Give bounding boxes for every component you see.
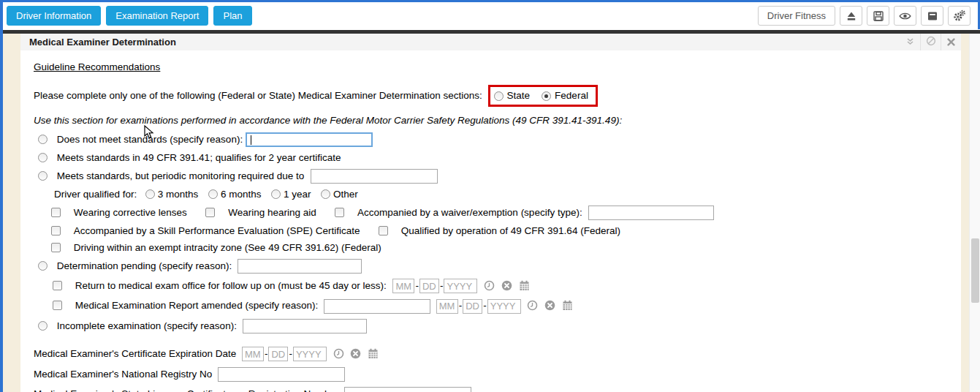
calendar-icon[interactable] [368,350,379,361]
cfr-391-64-checkbox[interactable] [379,226,388,235]
disable-button[interactable] [921,34,941,50]
report-amended-label: Medical Examination Report amended (spec… [75,300,318,311]
amended-month-input[interactable] [436,299,458,314]
pending-radio[interactable] [38,261,48,271]
cert-month-input[interactable] [242,347,264,361]
date-separator: - [440,280,444,291]
clear-date-icon[interactable] [544,302,555,313]
save-icon [873,10,884,22]
qualified-3-months-label: 3 months [158,189,199,200]
waiver-type-input[interactable] [588,206,714,220]
does-not-meet-label: Does not meet standards (specify reason)… [57,134,243,145]
incomplete-radio[interactable] [38,321,48,331]
qualified-other-option[interactable]: Other [321,189,358,200]
waiver-label: Accompanied by a waiver/exemption (speci… [357,207,582,218]
federal-radio[interactable] [542,91,551,101]
determination-panel: Medical Examiner Determination Guideline… [20,34,961,392]
pending-label: Determination pending (specify reason): [57,260,232,271]
meets-monitoring-radio[interactable] [38,171,48,181]
panel-title: Medical Examiner Determination [29,37,176,48]
spe-certificate-checkbox[interactable] [51,226,61,235]
eject-button[interactable] [840,6,862,26]
clock-icon[interactable] [527,302,538,313]
return-followup-checkbox[interactable] [53,281,62,290]
federal-option[interactable]: Federal [542,90,588,102]
driver-qualified-label: Driver qualified for: [54,189,137,200]
clear-date-icon[interactable] [501,282,512,293]
scrollbar-thumb[interactable] [971,238,979,303]
close-button[interactable] [941,34,961,50]
qualified-6-months-option[interactable]: 6 months [208,189,261,200]
clock-icon[interactable] [484,282,495,293]
guideline-row: Guideline Recommendations [34,61,961,73]
archive-icon [927,10,938,22]
left-gutter [3,34,20,392]
cert-year-input[interactable] [293,347,327,361]
section-choice-label: Please complete only one of the followin… [34,90,482,101]
eye-icon [899,10,911,22]
incomplete-reason-input[interactable] [243,319,367,333]
qualified-other-radio[interactable] [321,189,330,199]
main-region: Medical Examiner Determination Guideline… [3,34,980,392]
followup-day-input[interactable] [419,279,439,293]
section-choice-highlight: State Federal [488,85,598,107]
qualified-1-year-option[interactable]: 1 year [271,189,311,200]
settings-button[interactable] [948,6,970,26]
cert-day-input[interactable] [268,347,288,361]
state-radio[interactable] [494,91,504,101]
corrective-lenses-checkbox[interactable] [51,208,61,217]
right-gutter [961,34,969,392]
driver-qualified-row: Driver qualified for: 3 months 6 months … [34,189,961,200]
amended-reason-input[interactable] [324,299,430,314]
license-label: Medical Examiner's State License, Certif… [34,388,339,392]
collapse-button[interactable] [900,34,920,50]
qualified-6-months-radio[interactable] [208,189,218,199]
meets-2yr-radio[interactable] [38,153,48,162]
nav-button-examination-report[interactable]: Examination Report [106,6,208,26]
vertical-scrollbar[interactable] [969,34,980,392]
monitoring-reason-input[interactable] [311,169,438,184]
amended-year-input[interactable] [487,299,521,314]
pending-reason-input[interactable] [238,259,362,274]
nav-button-plan[interactable]: Plan [213,6,251,26]
registry-number-input[interactable] [218,367,345,382]
report-amended-checkbox[interactable] [53,301,62,310]
license-row: Medical Examiner's State License, Certif… [34,387,961,392]
qualified-3-months-radio[interactable] [145,189,155,199]
clock-icon[interactable] [333,350,344,361]
incomplete-label: Incomplete examination (specify reason): [57,320,237,331]
toolbar-right-group: Driver Fitness [758,6,970,26]
followup-year-input[interactable] [444,279,477,293]
followup-month-input[interactable] [392,279,414,293]
cert-expiration-row: Medical Examiner's Certificate Expiratio… [34,347,961,362]
calendar-icon[interactable] [519,282,530,293]
close-icon [947,36,955,49]
intracity-row: Driving within an exempt intracity zone … [34,242,961,254]
does-not-meet-radio[interactable] [38,135,48,144]
state-option[interactable]: State [494,90,531,102]
cert-expiration-label: Medical Examiner's Certificate Expiratio… [34,348,236,359]
nav-button-driver-information[interactable]: Driver Information [7,6,101,26]
app-window: Driver Information Examination Report Pl… [0,0,980,392]
qualified-3-months-option[interactable]: 3 months [145,189,198,200]
save-button[interactable] [867,6,889,26]
calendar-icon[interactable] [562,302,573,313]
qualified-1-year-radio[interactable] [271,189,281,199]
driver-fitness-button[interactable]: Driver Fitness [758,6,835,26]
intracity-zone-checkbox[interactable] [51,243,61,252]
preview-button[interactable] [894,6,916,26]
date-separator: - [483,300,487,311]
archive-button[interactable] [921,6,943,26]
does-not-meet-reason-input[interactable] [246,132,373,147]
waiver-checkbox[interactable] [335,208,344,217]
intracity-zone-label: Driving within an exempt intracity zone … [74,242,381,253]
clear-date-icon[interactable] [350,350,361,361]
license-number-input[interactable] [344,387,471,392]
amended-day-input[interactable] [463,299,482,314]
hearing-aid-checkbox[interactable] [205,208,215,217]
incomplete-row: Incomplete examination (specify reason): [34,319,961,333]
registry-label: Medical Examiner's National Registry No [34,368,212,379]
guideline-recommendations-link[interactable]: Guideline Recommendations [34,61,160,72]
panel-header-controls [900,34,961,50]
corrective-lenses-label: Wearing corrective lenses [74,207,187,218]
